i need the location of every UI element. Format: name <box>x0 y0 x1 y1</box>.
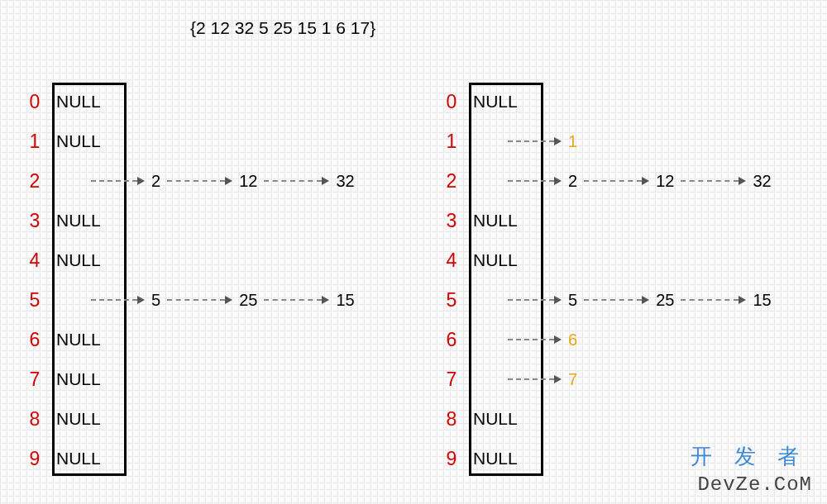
chain-node: 2 <box>565 172 581 191</box>
bucket-chain: 21232 <box>88 172 358 191</box>
bucket-cell: NULL <box>46 131 129 151</box>
bucket-index: 5 <box>23 289 46 311</box>
bucket-index: 5 <box>440 289 463 311</box>
arrow-icon <box>681 296 746 304</box>
chain-node: 12 <box>236 172 261 191</box>
table-row: 3NULL <box>440 206 820 235</box>
bucket-cell: NULL <box>463 409 546 429</box>
chain-node: 32 <box>749 172 774 191</box>
arrow-icon <box>584 296 649 304</box>
chain-node: 32 <box>332 172 357 191</box>
bucket-cell: NULL <box>46 449 129 468</box>
bucket-index: 8 <box>23 408 46 430</box>
table-row: 4NULL <box>23 245 404 275</box>
bucket-index: 2 <box>440 170 463 193</box>
table-row: 77 <box>440 364 820 394</box>
chain-node: 15 <box>749 291 774 310</box>
arrow-icon <box>508 177 562 185</box>
arrow-icon <box>508 137 562 145</box>
table-row: 0NULL <box>440 87 820 116</box>
bucket-cell: NULL <box>46 330 129 349</box>
bucket-index: 2 <box>23 170 46 193</box>
chain-node: 25 <box>236 291 261 310</box>
input-sequence: {2 12 32 5 25 15 1 6 17} <box>190 18 375 38</box>
table-row: 6NULL <box>23 325 404 354</box>
bucket-index: 4 <box>23 250 46 272</box>
table-row: 11 <box>440 126 820 156</box>
chain-node: 15 <box>332 291 357 310</box>
arrow-icon <box>681 177 746 185</box>
table-row: 9NULL <box>23 444 404 473</box>
arrow-icon <box>508 296 562 304</box>
bucket-cell: NULL <box>46 92 129 112</box>
table-row: 3NULL <box>23 206 404 235</box>
bucket-cell: NULL <box>46 369 129 389</box>
chain-node: 2 <box>148 172 164 191</box>
bucket-index: 8 <box>440 408 463 430</box>
arrow-icon <box>508 375 562 383</box>
bucket-index: 3 <box>440 210 463 232</box>
bucket-chain: 1 <box>504 132 581 151</box>
table-row: 552515 <box>440 285 820 315</box>
table-row: 8NULL <box>23 404 404 434</box>
bucket-chain: 7 <box>504 370 581 389</box>
table-row: 0NULL <box>23 87 404 116</box>
bucket-index: 3 <box>23 210 46 232</box>
bucket-cell: NULL <box>463 449 546 468</box>
arrow-icon <box>264 296 329 304</box>
bucket-cell: NULL <box>463 92 546 112</box>
chain-node: 5 <box>148 291 164 310</box>
bucket-chain: 6 <box>504 330 581 349</box>
arrow-icon <box>508 335 562 344</box>
bucket-index: 7 <box>440 368 463 391</box>
bucket-index: 9 <box>23 448 46 470</box>
bucket-chain: 21232 <box>504 172 775 191</box>
chain-node: 6 <box>565 330 581 349</box>
chain-node: 12 <box>653 172 677 191</box>
arrow-icon <box>167 177 232 185</box>
bucket-index: 7 <box>23 368 46 391</box>
chain-node: 1 <box>565 132 581 151</box>
bucket-index: 9 <box>440 448 463 470</box>
table-row: 8NULL <box>440 404 820 434</box>
bucket-chain: 52515 <box>504 291 775 310</box>
table-row: 552515 <box>23 285 404 315</box>
bucket-cell: NULL <box>463 211 546 231</box>
arrow-icon <box>584 177 649 185</box>
arrow-icon <box>91 177 145 185</box>
arrow-icon <box>91 296 145 304</box>
table-row: 4NULL <box>440 245 820 275</box>
table-row: 221232 <box>440 166 820 196</box>
bucket-index: 0 <box>440 91 463 113</box>
bucket-index: 1 <box>440 131 463 153</box>
table-row: 1NULL <box>23 126 404 156</box>
bucket-cell: NULL <box>46 250 129 270</box>
bucket-chain: 52515 <box>88 291 358 310</box>
bucket-index: 1 <box>23 131 46 153</box>
watermark-en: DevZe.CoM <box>697 473 812 496</box>
bucket-cell: NULL <box>463 250 546 270</box>
chain-node: 7 <box>565 370 581 389</box>
chain-node: 25 <box>653 291 677 310</box>
bucket-index: 6 <box>23 329 46 351</box>
chain-node: 5 <box>565 291 581 310</box>
table-row: 66 <box>440 325 820 354</box>
bucket-cell: NULL <box>46 409 129 429</box>
table-row: 221232 <box>23 166 404 196</box>
bucket-index: 6 <box>440 329 463 351</box>
watermark-cn: 开 发 者 <box>691 442 807 471</box>
bucket-index: 4 <box>440 250 463 272</box>
bucket-cell: NULL <box>46 211 129 231</box>
bucket-index: 0 <box>23 91 46 113</box>
arrow-icon <box>167 296 232 304</box>
table-row: 7NULL <box>23 364 404 394</box>
arrow-icon <box>264 177 329 185</box>
